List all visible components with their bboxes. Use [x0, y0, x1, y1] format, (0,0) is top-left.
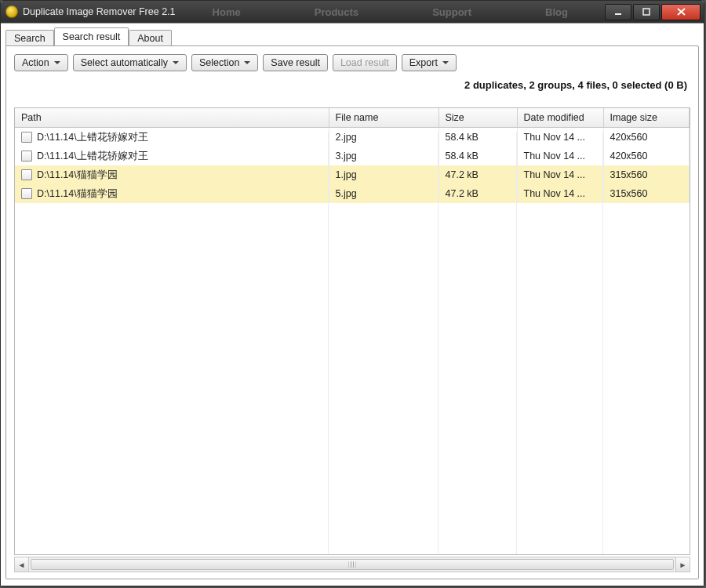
cell-date: Thu Nov 14 ...: [517, 165, 603, 184]
cell-date: Thu Nov 14 ...: [517, 147, 603, 165]
cell-filename: 2.jpg: [329, 128, 439, 147]
col-header-date[interactable]: Date modified: [517, 108, 603, 128]
table-row[interactable]: D:\11.14\上错花轿嫁对王3.jpg58.4 kBThu Nov 14 .…: [15, 147, 690, 165]
col-header-filename[interactable]: File name: [329, 108, 439, 128]
ghost-menu-item: Blog: [545, 6, 568, 18]
scroll-right-button[interactable]: ►: [675, 557, 690, 572]
row-checkbox[interactable]: [21, 151, 32, 162]
cell-size: 47.2 kB: [439, 184, 517, 203]
chevron-down-icon: [173, 61, 179, 64]
cell-filename: 1.jpg: [329, 165, 439, 184]
cell-imagesize: 315x560: [603, 165, 690, 184]
horizontal-scrollbar[interactable]: ◄ ►: [14, 557, 690, 572]
table-header-row: Path File name Size Date modified Image …: [15, 108, 690, 128]
cell-filename: 5.jpg: [329, 184, 439, 203]
minimize-button[interactable]: [605, 4, 631, 20]
table-row[interactable]: D:\11.14\猫猫学园5.jpg47.2 kBThu Nov 14 ...3…: [15, 184, 690, 203]
col-header-imagesize[interactable]: Image size: [603, 108, 690, 128]
scroll-track[interactable]: [29, 557, 675, 572]
cell-imagesize: 420x560: [603, 147, 690, 165]
minimize-icon: [614, 8, 622, 16]
cell-size: 47.2 kB: [439, 165, 517, 184]
svg-rect-0: [615, 13, 621, 15]
tab-panel-search-result: Action Select automatically Selection Sa…: [5, 45, 699, 579]
cell-path: D:\11.14\上错花轿嫁对王: [15, 147, 329, 165]
action-label: Action: [22, 57, 49, 68]
export-label: Export: [409, 57, 438, 68]
load-result-label: Load result: [340, 57, 389, 68]
close-button[interactable]: [661, 4, 701, 20]
titlebar[interactable]: Duplicate Image Remover Free 2.1 Home Pr…: [1, 1, 704, 23]
cell-path: D:\11.14\猫猫学园: [15, 184, 329, 203]
cell-path-text: D:\11.14\上错花轿嫁对王: [37, 132, 148, 143]
select-automatically-button[interactable]: Select automatically: [73, 54, 187, 71]
background-menu: Home Products Support Blog: [176, 6, 605, 18]
toolbar: Action Select automatically Selection Sa…: [14, 54, 690, 71]
cell-date: Thu Nov 14 ...: [517, 184, 603, 203]
load-result-button[interactable]: Load result: [333, 54, 397, 71]
table-row[interactable]: D:\11.14\上错花轿嫁对王2.jpg58.4 kBThu Nov 14 .…: [15, 128, 690, 147]
cell-date: Thu Nov 14 ...: [517, 128, 603, 147]
app-window: Duplicate Image Remover Free 2.1 Home Pr…: [0, 0, 704, 586]
scroll-thumb[interactable]: [31, 559, 674, 570]
window-title: Duplicate Image Remover Free 2.1: [23, 6, 176, 17]
client-area: Search Search result About Action Select…: [1, 23, 704, 586]
tab-search[interactable]: Search: [5, 30, 54, 46]
export-button[interactable]: Export: [402, 54, 457, 71]
results-table: Path File name Size Date modified Image …: [14, 107, 690, 555]
ghost-menu-item: Support: [432, 6, 471, 18]
cell-path-text: D:\11.14\猫猫学园: [37, 188, 118, 199]
ghost-menu-item: Products: [315, 6, 358, 18]
tab-search-result[interactable]: Search result: [54, 27, 129, 45]
cell-path: D:\11.14\猫猫学园: [15, 165, 329, 184]
svg-rect-1: [643, 9, 650, 15]
save-result-label: Save result: [271, 57, 320, 68]
row-checkbox[interactable]: [21, 132, 32, 143]
maximize-button[interactable]: [633, 4, 660, 20]
action-button[interactable]: Action: [14, 54, 68, 71]
cell-path-text: D:\11.14\猫猫学园: [37, 169, 118, 180]
maximize-icon: [642, 8, 650, 16]
window-controls: [605, 1, 701, 23]
cell-size: 58.4 kB: [439, 147, 517, 165]
selection-button[interactable]: Selection: [191, 54, 258, 71]
col-header-path[interactable]: Path: [15, 108, 329, 128]
status-summary: 2 duplicates, 2 groups, 4 files, 0 selec…: [14, 74, 690, 96]
close-icon: [677, 8, 686, 16]
save-result-button[interactable]: Save result: [263, 54, 328, 71]
cell-filename: 3.jpg: [329, 147, 439, 165]
tabstrip: Search Search result About: [5, 27, 699, 45]
ghost-menu-item: Home: [213, 6, 241, 18]
cell-path: D:\11.14\上错花轿嫁对王: [15, 128, 329, 147]
scroll-grip-icon: [349, 561, 356, 568]
selection-label: Selection: [199, 57, 239, 68]
table-row[interactable]: D:\11.14\猫猫学园1.jpg47.2 kBThu Nov 14 ...3…: [15, 165, 690, 184]
select-automatically-label: Select automatically: [81, 57, 168, 68]
cell-size: 58.4 kB: [439, 128, 517, 147]
tab-about[interactable]: About: [129, 30, 172, 46]
cell-imagesize: 420x560: [603, 128, 690, 147]
row-checkbox[interactable]: [21, 169, 32, 180]
app-icon: [5, 5, 18, 18]
chevron-down-icon: [54, 61, 60, 64]
col-header-size[interactable]: Size: [439, 108, 517, 128]
row-checkbox[interactable]: [21, 188, 32, 199]
chevron-down-icon: [244, 61, 250, 64]
chevron-down-icon: [442, 61, 449, 64]
cell-path-text: D:\11.14\上错花轿嫁对王: [37, 151, 148, 162]
scroll-left-button[interactable]: ◄: [15, 557, 29, 572]
cell-imagesize: 315x560: [603, 184, 690, 203]
